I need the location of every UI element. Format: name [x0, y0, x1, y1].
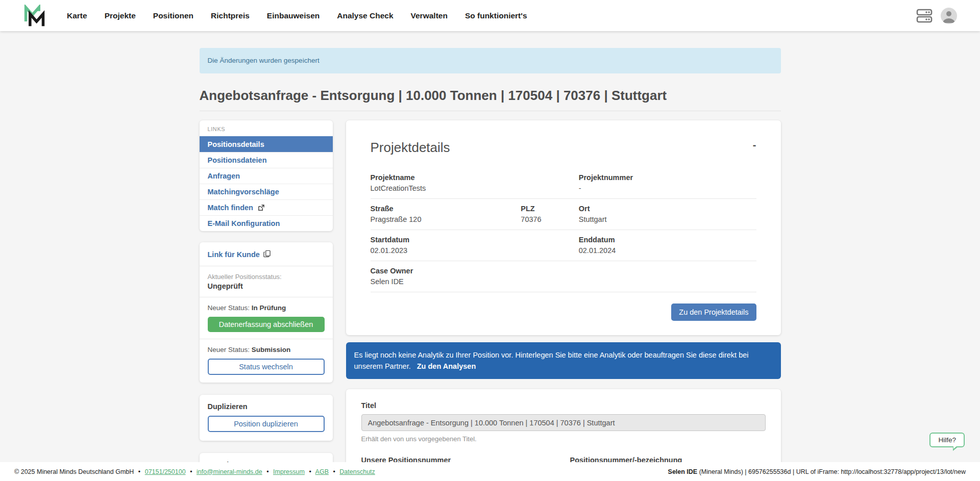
field-label: Enddatum — [579, 235, 756, 245]
field-value: 70376 — [521, 214, 578, 225]
server-icon[interactable] — [916, 8, 933, 23]
left-sidebar: LINKS Positionsdetails Positionsdateien … — [200, 120, 333, 462]
sidebar-item-label: Matchingvorschläge — [208, 188, 279, 196]
external-link-icon — [258, 205, 264, 211]
project-details-card: Projektdetails - Projektname LotCreation… — [346, 120, 781, 335]
field-label: PLZ — [521, 204, 578, 214]
field-label: Projektnummer — [579, 172, 756, 183]
switch-status-button[interactable]: Status wechseln — [208, 359, 325, 375]
sidebar-item-label: Positionsdetails — [208, 140, 264, 148]
copy-icon[interactable] — [263, 250, 271, 259]
new-status-2: Neuer Status: Submission — [208, 346, 325, 353]
links-card: LINKS Positionsdetails Positionsdateien … — [200, 120, 333, 231]
sidebar-item-match-finden[interactable]: Match finden — [200, 199, 333, 215]
navbar-right — [916, 8, 957, 24]
footer-session-text: (Mineral Minds) | 69576255536d | URL of … — [697, 468, 966, 475]
page-title: Angebotsanfrage - Entsorgung | 10.000 To… — [200, 87, 781, 111]
sidebar-item-anfragen[interactable]: Anfragen — [200, 168, 333, 184]
field-label: Straße — [371, 204, 521, 214]
duplicate-card-title: Duplizieren — [208, 402, 325, 411]
nav-item-positionen[interactable]: Positionen — [153, 11, 193, 20]
unsere-positionsnummer-label: Unsere Positionsnummer — [361, 456, 557, 462]
field-value: LotCreationTests — [371, 183, 579, 194]
footer-user: Selen IDE — [668, 468, 698, 475]
go-to-project-details-button[interactable]: Zu den Projektdetails — [671, 303, 756, 321]
footer-link-email[interactable]: info@mineral-minds.de — [197, 468, 262, 475]
top-navbar: Karte Projekte Positionen Richtpreis Ein… — [0, 0, 980, 31]
new-status-1: Neuer Status: In Prüfung — [208, 304, 325, 312]
customer-link[interactable]: Link für Kunde — [208, 250, 271, 259]
go-to-analyses-link[interactable]: Zu den Analysen — [417, 362, 476, 370]
links-card-header: LINKS — [200, 120, 333, 136]
positionsnummer-label: Positionsnummer/-bezeichnung — [570, 456, 766, 462]
user-avatar-icon[interactable] — [941, 8, 957, 24]
nav-item-verwalten[interactable]: Verwalten — [411, 11, 448, 20]
customer-link-label: Link für Kunde — [208, 250, 260, 259]
footer-link-impressum[interactable]: Impressum — [273, 468, 305, 475]
field-label: Projektname — [371, 172, 579, 183]
field-label: Case Owner — [371, 266, 756, 276]
current-status-value: Ungeprüft — [208, 282, 325, 290]
analytics-banner: Es liegt noch keine Analytik zu Ihrer Po… — [346, 342, 781, 379]
mineral-minds-logo-icon[interactable] — [23, 5, 46, 27]
content-column: Projektdetails - Projektname LotCreation… — [346, 120, 781, 462]
nav-item-richtpreis[interactable]: Richtpreis — [211, 11, 250, 20]
field-value: - — [579, 183, 756, 194]
field-label: Startdatum — [371, 235, 579, 245]
titel-label: Titel — [361, 401, 766, 410]
nav-item-analyse-check[interactable]: Analyse Check — [337, 11, 393, 20]
main-content: Die Änderungen wurden gespeichert Angebo… — [0, 31, 980, 462]
sidebar-item-positionsdateien[interactable]: Positionsdateien — [200, 152, 333, 168]
position-form-card: Titel Erhält den von uns vorgegebenen Ti… — [346, 389, 781, 462]
titel-helper: Erhält den von uns vorgegebenen Titel. — [361, 435, 766, 443]
field-label: Ort — [579, 204, 756, 214]
titel-input — [361, 414, 766, 431]
field-value: Stuttgart — [579, 214, 756, 225]
sidebar-item-label: E-Mail Konfiguration — [208, 219, 280, 227]
duplicate-position-button[interactable]: Position duplizieren — [208, 416, 325, 432]
project-details-title: Projektdetails — [371, 140, 450, 156]
footer-session-info: Selen IDE (Mineral Minds) | 69576255536d… — [668, 468, 966, 475]
footer: © 2025 Mineral Minds Deutschland GmbH • … — [0, 462, 980, 481]
current-status-label: Aktueller Positionsstatus: — [208, 273, 325, 281]
project-details-grid: Projektname LotCreationTests Projektnumm… — [371, 168, 756, 292]
footer-link-datenschutz[interactable]: Datenschutz — [339, 468, 375, 475]
sidebar-item-positionsdetails[interactable]: Positionsdetails — [200, 136, 333, 152]
field-value: Selen IDE — [371, 276, 756, 287]
main-navigation: Karte Projekte Positionen Richtpreis Ein… — [67, 11, 527, 20]
sidebar-item-label: Anfragen — [208, 172, 240, 180]
nav-item-einbauweisen[interactable]: Einbauweisen — [267, 11, 320, 20]
sidebar-item-label: Match finden — [208, 204, 253, 212]
footer-left: © 2025 Mineral Minds Deutschland GmbH • … — [14, 468, 375, 475]
sidebar-item-matchingvorschlaege[interactable]: Matchingvorschläge — [200, 184, 333, 199]
minus-icon[interactable]: - — [753, 140, 756, 150]
footer-link-phone[interactable]: 07151/250100 — [145, 468, 186, 475]
nav-item-so-funktionierts[interactable]: So funktioniert's — [465, 11, 527, 20]
analytics-banner-text: Es liegt noch keine Analytik zu Ihrer Po… — [354, 351, 749, 370]
field-value: 02.01.2024 — [579, 245, 756, 256]
field-value: Pragstraße 120 — [371, 214, 521, 225]
help-button[interactable]: Hilfe? — [929, 433, 965, 447]
cancel-card: Stornieren Stornieren — [200, 453, 333, 462]
footer-link-agb[interactable]: AGB — [315, 468, 329, 475]
sidebar-item-email-konfiguration[interactable]: E-Mail Konfiguration — [200, 215, 333, 231]
complete-data-entry-button[interactable]: Datenerfassung abschließen — [208, 317, 325, 332]
field-value: 02.01.2023 — [371, 245, 579, 256]
sidebar-item-label: Positionsdateien — [208, 156, 267, 164]
saved-alert: Die Änderungen wurden gespeichert — [200, 48, 781, 73]
nav-item-projekte[interactable]: Projekte — [105, 11, 136, 20]
status-card: Link für Kunde Aktueller Positionsstatus… — [200, 242, 333, 383]
nav-item-karte[interactable]: Karte — [67, 11, 87, 20]
duplicate-card: Duplizieren Position duplizieren — [200, 395, 333, 441]
copyright-text: © 2025 Mineral Minds Deutschland GmbH — [14, 468, 134, 475]
